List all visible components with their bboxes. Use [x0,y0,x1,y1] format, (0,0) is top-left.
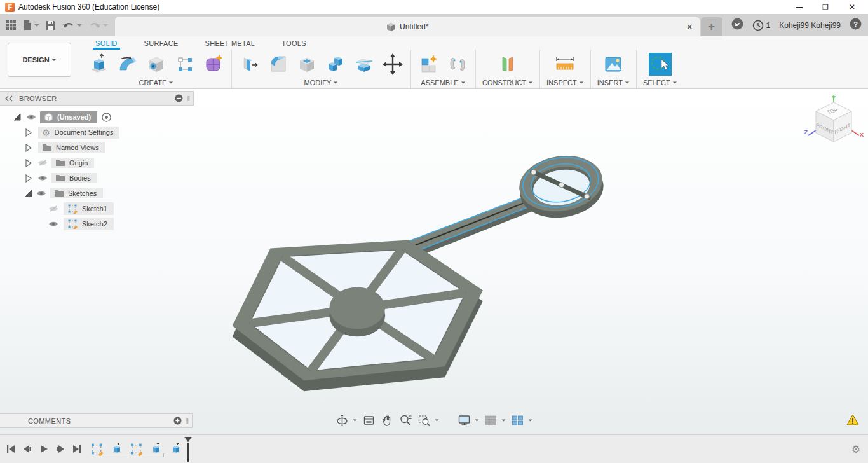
document-tab[interactable]: Untitled* ✕ [115,17,700,36]
tree-row-root[interactable]: (Unsaved) [0,109,194,125]
undo-history-caret[interactable] [77,24,82,27]
bodies-item[interactable]: Bodies [51,173,97,183]
sketch1-item[interactable]: Sketch1 [64,202,114,215]
minimize-button[interactable] [785,1,812,13]
activate-radio-icon[interactable] [101,113,111,122]
tree-row-bodies[interactable]: Bodies [0,170,194,186]
sketch2-item[interactable]: Sketch2 [64,218,114,230]
zoom-window-icon[interactable] [417,413,440,427]
collapsed-triangle-icon[interactable] [23,159,33,167]
expanded-triangle-icon[interactable] [23,190,33,198]
group-select-menu[interactable]: SELECT [643,79,677,86]
user-account-name[interactable]: Koheji99 Koheji99 [779,21,841,30]
timeline-gear-icon[interactable]: ⚙ [851,443,868,455]
eye-off-icon[interactable] [48,205,58,212]
extrude-icon[interactable] [88,52,111,76]
close-tab-icon[interactable]: ✕ [686,22,693,32]
panel-drag-handle[interactable]: ‖ [187,95,189,102]
tab-solid[interactable]: SOLID [93,39,120,50]
file-menu-button[interactable] [21,18,41,32]
select-icon[interactable] [649,52,672,76]
collapse-panel-icon[interactable] [5,95,13,102]
hole-icon[interactable] [145,52,168,76]
tree-row-sketch2[interactable]: Sketch2 [0,216,194,232]
shell-icon[interactable] [295,52,318,76]
named-views-item[interactable]: Named Views [38,142,105,153]
panel-drag-handle[interactable]: ‖ [186,417,188,425]
create-form-icon[interactable] [202,52,225,76]
viewport[interactable]: BROWSER ‖ (Unsaved) [0,90,868,434]
workspace-switcher[interactable]: DESIGN [8,43,71,77]
new-tab-button[interactable]: + [701,17,722,36]
go-to-start-icon[interactable] [6,445,15,453]
tree-row-document-settings[interactable]: ⚙ Document Settings [0,125,194,140]
create-sketch-icon[interactable] [173,52,196,76]
group-inspect-menu[interactable]: INSPECT [546,79,584,86]
timeline-playhead[interactable] [184,437,192,462]
help-icon[interactable]: ? [850,18,862,32]
timeline-extrude3-feature[interactable] [169,442,183,459]
orbit-caret[interactable] [353,420,357,422]
eye-icon[interactable] [48,221,58,227]
warning-icon[interactable] [846,414,859,428]
construct-plane-icon[interactable] [496,52,519,76]
tab-tools[interactable]: TOOLS [279,39,309,50]
zoom-icon[interactable] [399,413,413,427]
tab-surface[interactable]: SURFACE [142,39,181,50]
press-pull-icon[interactable] [238,52,261,76]
app-grid-icon[interactable] [4,18,18,32]
eye-icon[interactable] [26,114,36,120]
redo-button[interactable] [86,19,110,32]
undo-button[interactable] [60,19,84,32]
group-create-menu[interactable]: CREATE [139,79,174,86]
insert-image-icon[interactable] [602,52,625,76]
sketches-item[interactable]: Sketches [50,188,103,198]
comments-panel[interactable]: COMMENTS ‖ [0,413,193,428]
collapsed-triangle-icon[interactable] [23,128,33,137]
job-status[interactable]: 1 [752,20,771,31]
display-settings-icon[interactable] [458,413,480,427]
group-assemble-menu[interactable]: ASSEMBLE [421,79,465,86]
split-body-icon[interactable] [353,52,376,76]
tree-row-named-views[interactable]: Named Views [0,140,194,155]
new-component-icon[interactable] [417,52,440,76]
tree-row-sketch1[interactable]: Sketch1 [0,201,194,216]
extensions-icon[interactable] [731,18,743,32]
look-at-icon[interactable] [362,413,376,427]
save-button[interactable] [44,19,58,32]
move-copy-icon[interactable] [381,52,404,76]
origin-item[interactable]: Origin [51,158,94,168]
joint-icon[interactable] [446,52,469,76]
root-component[interactable]: (Unsaved) [40,111,97,123]
restore-button[interactable] [812,1,839,13]
go-to-end-icon[interactable] [72,445,81,453]
grid-icon[interactable] [484,413,506,427]
viewports-icon[interactable] [511,413,533,427]
add-comment-icon[interactable] [173,417,182,425]
eye-icon[interactable] [37,175,48,181]
pan-icon[interactable] [381,413,395,427]
collapsed-triangle-icon[interactable] [23,174,33,183]
revolve-icon[interactable] [116,52,139,76]
combine-icon[interactable] [324,52,347,76]
group-insert-menu[interactable]: INSERT [597,79,630,86]
document-settings-item[interactable]: ⚙ Document Settings [38,127,119,139]
tree-row-origin[interactable]: Origin [0,155,194,170]
close-button[interactable] [839,1,865,13]
play-icon[interactable] [39,445,48,453]
step-back-icon[interactable] [23,445,32,453]
group-modify-menu[interactable]: MODIFY [304,79,339,86]
browser-header[interactable]: BROWSER ‖ [0,91,194,106]
viewports-caret[interactable] [529,420,532,422]
group-construct-menu[interactable]: CONSTRUCT [482,79,533,86]
eye-icon[interactable] [36,190,46,197]
tab-sheet-metal[interactable]: SHEET METAL [203,39,258,50]
orbit-icon[interactable] [336,413,358,427]
zoom-window-caret[interactable] [435,420,439,422]
display-settings-caret[interactable] [475,420,479,422]
remove-panel-icon[interactable] [175,94,183,102]
measure-icon[interactable] [553,52,576,76]
collapsed-triangle-icon[interactable] [23,144,33,152]
fillet-icon[interactable] [267,52,290,76]
grid-caret[interactable] [502,420,506,422]
